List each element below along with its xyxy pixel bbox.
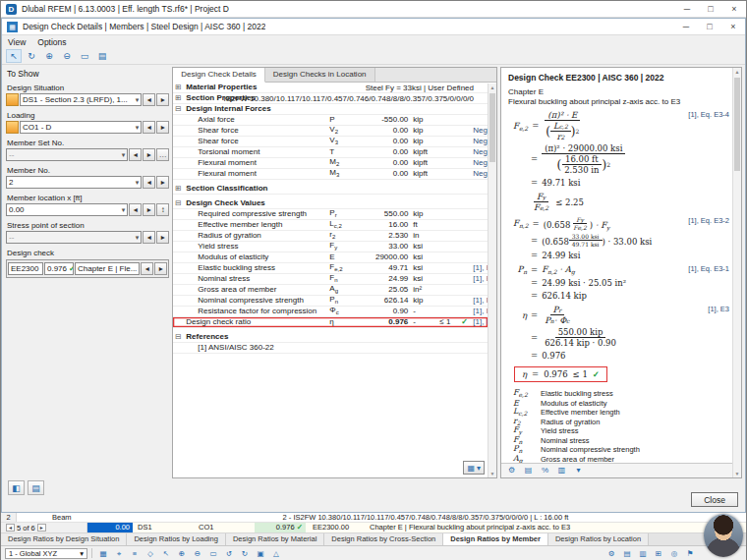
design-check-prev-button[interactable]: ◂ [141, 262, 153, 275]
stress-point-next-button[interactable]: ▸ [156, 231, 169, 244]
result-tab[interactable]: Design Ratios by Loading [127, 533, 225, 545]
member-set-next-button[interactable]: ▸ [143, 148, 155, 161]
design-check-id-cell[interactable]: EE2300.00 [306, 523, 363, 532]
member-location-select[interactable]: 0.00 ▾ [6, 203, 128, 216]
menu-item[interactable]: Options [37, 37, 66, 47]
loading-cell[interactable]: CO1 [194, 523, 255, 532]
member-no-select[interactable]: 2 ▾ [6, 176, 142, 189]
user-avatar-photo[interactable] [704, 514, 743, 557]
table-row[interactable]: [1] ANSI/AISC 360-22 [173, 343, 488, 354]
zoom-out-icon[interactable]: ⊖ [191, 548, 204, 559]
minimize-button[interactable]: ─ [675, 1, 699, 17]
member-next-button[interactable]: ▸ [156, 176, 169, 189]
redo-icon[interactable]: ↻ [238, 548, 252, 559]
design-situation-cell[interactable]: DS1 [133, 523, 194, 532]
close-window-button[interactable]: × [722, 1, 746, 17]
scroll-up-icon[interactable]: ▲ [733, 69, 741, 75]
scroll-down-icon[interactable]: ▼ [733, 471, 741, 476]
formula-print-icon[interactable]: ▥ [554, 465, 569, 476]
location-next-button[interactable]: ▸ [143, 203, 155, 216]
formula-vertical-scrollbar[interactable]: ▲ ▼ [732, 68, 741, 477]
export-image-button[interactable]: ▦ ▾ [463, 461, 485, 475]
location-prev-button[interactable]: ◂ [129, 203, 142, 216]
select-pointer-icon[interactable]: ↖ [6, 49, 22, 63]
select-arrow-icon[interactable]: ↖ [159, 548, 173, 559]
table-row[interactable]: ⊟ Design Internal Forces [173, 104, 488, 115]
table-row[interactable]: ⊞ Section Classification [173, 184, 488, 195]
maximize-button[interactable]: □ [699, 1, 722, 17]
pager-prev-button[interactable]: ◂ [6, 524, 15, 532]
result-member-row[interactable]: 2 Beam 2 - IS2FW 10.380/10.117/10.117/0.… [1, 513, 746, 523]
table-row[interactable]: Resistance factor for compression Φc 0.9… [173, 307, 488, 317]
member-set-select[interactable]: -- ▾ [6, 148, 128, 161]
stress-point-prev-button[interactable]: ◂ [143, 231, 155, 244]
loading-prev-button[interactable]: ◂ [143, 121, 155, 134]
location-x-cell[interactable]: 0.00 [87, 523, 133, 532]
design-situation-select[interactable]: DS1 - Section 2.3 (LRFD), 1... ▾ [20, 93, 142, 106]
loading-next-button[interactable]: ▸ [156, 121, 169, 134]
visibility-icon[interactable]: ◎ [667, 548, 681, 559]
design-check-next-button[interactable]: ▸ [154, 262, 167, 275]
expand-collapse-icon[interactable]: ⊟ [175, 332, 186, 342]
design-situation-prev-button[interactable]: ◂ [143, 93, 155, 106]
scroll-up-icon[interactable]: ▲ [488, 84, 496, 90]
table-row[interactable]: Yield stress Fy 33.00 ksi [173, 242, 488, 252]
result-tab[interactable]: Design Ratios by Location [548, 533, 649, 545]
tables-icon[interactable]: ▤ [620, 548, 634, 559]
table-row[interactable]: Flexural moment M3 0.00 kipft Negligible [173, 169, 488, 180]
zoom-out-icon[interactable]: ⊖ [59, 49, 75, 63]
table-row[interactable]: ⊞ Section Properties IS2FW 10.380/10.117… [173, 93, 488, 104]
table-row[interactable]: Shear force V3 0.00 kip Negligible [173, 137, 488, 147]
dialog-minimize-button[interactable]: ─ [674, 19, 698, 34]
display-properties-icon[interactable]: ◧ [8, 480, 25, 495]
design-check-description-cell[interactable]: Chapter E | Flexural buckling about prin… [363, 523, 746, 532]
expand-collapse-icon[interactable]: ⊟ [175, 198, 186, 208]
details-tab[interactable]: Design Checks in Location [265, 68, 375, 82]
pager-next-button[interactable]: ▸ [37, 524, 46, 532]
mesh-icon[interactable]: △ [269, 548, 283, 559]
scroll-down-icon[interactable]: ▼ [488, 471, 496, 476]
render-icon[interactable]: ▣ [254, 548, 267, 559]
scrollbar-thumb[interactable] [734, 78, 740, 171]
design-situation-next-button[interactable]: ▸ [156, 93, 169, 106]
rotate-view-icon[interactable]: ↻ [24, 49, 39, 63]
printout-icon[interactable]: ▥ [636, 548, 650, 559]
formula-layout-icon[interactable]: ▤ [521, 465, 536, 476]
result-tab[interactable]: Design Ratios by Member [443, 533, 548, 545]
location-step-button[interactable]: ↕ [156, 203, 169, 216]
expand-collapse-icon[interactable]: ⊞ [175, 184, 186, 194]
grid-icon[interactable]: ▦ [96, 548, 110, 559]
zoom-window-icon[interactable]: ▭ [77, 49, 92, 63]
result-tab[interactable]: Design Ratios by Design Situation [1, 533, 127, 545]
stress-point-select[interactable]: -- ▾ [6, 231, 142, 244]
table-row[interactable]: ⊟ References [173, 332, 488, 343]
result-detail-row[interactable]: ◂ 5 of 6 ▸ 0.00 DS1 CO1 0.976 ✓ EE2300.0… [1, 523, 746, 533]
dialog-maximize-button[interactable]: □ [698, 19, 721, 34]
table-row[interactable]: ⊞ Material Properties Steel Fy = 33ksi |… [173, 83, 488, 93]
member-set-prev-button[interactable]: ◂ [129, 148, 142, 161]
expand-collapse-icon[interactable]: ⊟ [175, 104, 186, 114]
result-tab[interactable]: Design Ratios by Cross-Section [324, 533, 443, 545]
design-ratio-cell[interactable]: 0.976 ✓ [255, 523, 306, 532]
dialog-close-button[interactable]: × [721, 19, 745, 34]
print-report-icon[interactable]: ▤ [94, 49, 110, 63]
menu-item[interactable]: View [8, 37, 26, 47]
design-check-id[interactable]: EE2300 [8, 262, 43, 275]
scrollbar-thumb[interactable] [489, 93, 495, 162]
work-plane-icon[interactable]: ◇ [144, 548, 157, 559]
details-tab[interactable]: Design Check Details [173, 68, 264, 83]
formula-more-icon[interactable]: ▾ [571, 465, 586, 476]
expand-collapse-icon[interactable]: ⊞ [175, 83, 186, 92]
add-object-icon[interactable]: ⊞ [652, 548, 665, 559]
guidelines-icon[interactable]: ≡ [128, 548, 142, 559]
coordinate-system-select[interactable]: 1 - Global XYZ ▾ [5, 548, 87, 559]
flag-icon[interactable]: ⚑ [683, 548, 697, 559]
details-vertical-scrollbar[interactable]: ▲ ▼ [488, 84, 496, 477]
close-button[interactable]: Close [691, 492, 738, 507]
settings-icon[interactable]: ⚙ [604, 548, 618, 559]
loading-select[interactable]: CO1 - D ▾ [20, 121, 142, 134]
undo-icon[interactable]: ↺ [222, 548, 236, 559]
snap-icon[interactable]: ⌖ [112, 548, 126, 559]
formula-percent-icon[interactable]: % [538, 465, 552, 476]
zoom-in-icon[interactable]: ⊕ [41, 49, 57, 63]
